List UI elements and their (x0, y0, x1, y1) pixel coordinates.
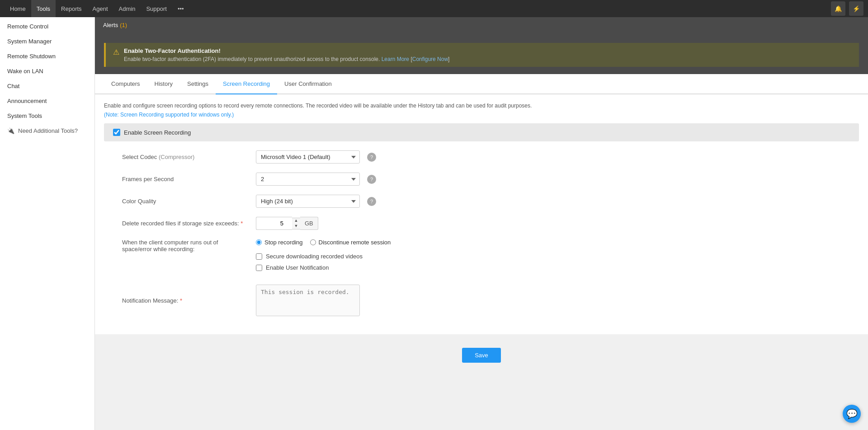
alerts-tab[interactable]: Alerts (1) (95, 17, 135, 34)
color-quality-select[interactable]: High (24 bit) Medium (16 bit) Low (8 bit… (256, 195, 360, 208)
alert-warning: ⚠ Enable Two-Factor Authentication! Enab… (104, 43, 859, 67)
sidebar-label: Announcement (7, 98, 47, 104)
storage-input-group: ▲ ▼ GB (256, 217, 318, 230)
sidebar-label: Remote Control (7, 23, 48, 30)
storage-value-input[interactable] (256, 217, 292, 230)
sidebar-label: Wake on LAN (7, 68, 43, 75)
sidebar-label: Remote Shutdown (7, 53, 56, 60)
configure-now-link[interactable]: Configure Now (412, 56, 448, 62)
tab-user-confirmation[interactable]: User Confirmation (277, 74, 339, 94)
sidebar: Remote Control System Manager Remote Shu… (0, 17, 95, 430)
save-button[interactable]: Save (462, 348, 501, 363)
space-error-row: When the client computer runs out of spa… (122, 239, 850, 276)
storage-unit-label: GB (300, 217, 318, 230)
sidebar-item-remote-control[interactable]: Remote Control (0, 19, 94, 34)
color-help-icon[interactable]: ? (367, 197, 376, 206)
codec-select[interactable]: Microsoft Video 1 (Default) Microsoft Vi… (256, 150, 360, 164)
tabs-bar: Computers History Settings Screen Record… (95, 74, 868, 94)
nav-tools[interactable]: Tools (31, 0, 56, 17)
alert-count: (1) (120, 22, 127, 28)
discontinue-session-label: Discontinue remote session (319, 239, 391, 246)
discontinue-session-radio[interactable]: Discontinue remote session (310, 239, 391, 246)
nav-reports[interactable]: Reports (56, 0, 87, 17)
storage-delete-row: Delete recorded files if storage size ex… (122, 217, 850, 230)
notif-required-marker: * (180, 297, 182, 304)
fps-label: Frames per Second (122, 176, 249, 182)
enable-screen-recording-section: Enable Screen Recording (104, 123, 859, 141)
sidebar-item-wake-on-lan[interactable]: Wake on LAN (0, 64, 94, 79)
nav-home[interactable]: Home (5, 0, 31, 17)
enable-screen-recording-checkbox[interactable] (113, 129, 120, 136)
description-text: Enable and configure screen recording op… (95, 94, 868, 110)
fps-row: Frames per Second 1 2 3 4 5 ? (122, 173, 850, 186)
nav-agent[interactable]: Agent (87, 0, 113, 17)
spinner-down[interactable]: ▼ (292, 224, 300, 229)
notification-message-row: Notification Message: * (122, 285, 850, 316)
enable-user-notification-checkbox[interactable] (256, 265, 262, 271)
tab-settings[interactable]: Settings (180, 74, 216, 94)
flash-icon[interactable]: ⚡ (849, 1, 863, 16)
sidebar-label: System Tools (7, 112, 42, 119)
screen-recording-panel: Enable and configure screen recording op… (95, 94, 868, 334)
chat-bubble[interactable]: 💬 (843, 405, 861, 423)
codec-hint: (Compressor) (159, 154, 194, 160)
plugin-icon: 🔌 (7, 127, 14, 134)
secure-download-checkbox[interactable] (256, 253, 262, 260)
sidebar-label: Chat (7, 83, 19, 89)
secure-download-label: Secure downloading recorded videos (266, 253, 363, 260)
space-error-radio-group: Stop recording Discontinue remote sessio… (256, 239, 391, 246)
tab-screen-recording[interactable]: Screen Recording (216, 74, 277, 94)
top-navigation: Home Tools Reports Agent Admin Support •… (0, 0, 868, 17)
required-marker: * (241, 220, 243, 227)
main-content: Alerts (1) ⚠ Enable Two-Factor Authentic… (95, 17, 868, 430)
alert-bar: Alerts (1) ⚠ Enable Two-Factor Authentic… (95, 17, 868, 74)
fps-help-icon[interactable]: ? (367, 175, 376, 184)
secure-download-checkbox-label[interactable]: Secure downloading recorded videos (256, 253, 391, 260)
sidebar-item-system-manager[interactable]: System Manager (0, 34, 94, 49)
stop-recording-radio[interactable]: Stop recording (256, 239, 303, 246)
alert-title: Enable Two-Factor Authentication! (124, 47, 449, 54)
codec-label: Select Codec (Compressor) (122, 154, 249, 160)
tab-computers[interactable]: Computers (104, 74, 147, 94)
sidebar-label: System Manager (7, 38, 52, 45)
notification-message-label: Notification Message: * (122, 297, 249, 304)
stop-recording-label: Stop recording (264, 239, 303, 246)
codec-help-icon[interactable]: ? (367, 153, 376, 162)
stop-recording-input[interactable] (256, 239, 262, 245)
sidebar-item-remote-shutdown[interactable]: Remote Shutdown (0, 49, 94, 64)
warning-icon: ⚠ (113, 48, 119, 56)
fps-select[interactable]: 1 2 3 4 5 (256, 173, 360, 186)
sidebar-item-chat[interactable]: Chat (0, 79, 94, 93)
sidebar-item-additional-tools[interactable]: 🔌 Need Additional Tools? (0, 123, 94, 138)
save-area: Save (95, 334, 868, 372)
enable-screen-recording-label[interactable]: Enable Screen Recording (124, 129, 191, 136)
tab-history[interactable]: History (147, 74, 180, 94)
nav-admin[interactable]: Admin (113, 0, 141, 17)
discontinue-session-input[interactable] (310, 239, 316, 245)
enable-user-notification-label: Enable User Notification (266, 264, 329, 271)
spinner-up[interactable]: ▲ (292, 218, 300, 224)
recording-form: Select Codec (Compressor) Microsoft Vide… (95, 147, 868, 334)
sidebar-item-system-tools[interactable]: System Tools (0, 108, 94, 123)
chat-icon: 💬 (846, 408, 858, 419)
sidebar-item-announcement[interactable]: Announcement (0, 93, 94, 108)
nav-support[interactable]: Support (141, 0, 172, 17)
notification-message-textarea[interactable] (256, 285, 360, 316)
learn-more-link[interactable]: Learn More (382, 56, 409, 62)
description-note: (Note: Screen Recording supported for wi… (95, 110, 868, 118)
alert-description: Enable two-factor authentication (2FA) i… (124, 56, 449, 62)
alert-content: ⚠ Enable Two-Factor Authentication! Enab… (95, 34, 868, 74)
storage-delete-label: Delete recorded files if storage size ex… (122, 220, 249, 227)
space-error-label: When the client computer runs out of spa… (122, 239, 249, 252)
nav-more[interactable]: ••• (172, 0, 189, 17)
codec-row: Select Codec (Compressor) Microsoft Vide… (122, 150, 850, 164)
sidebar-label: Need Additional Tools? (18, 127, 78, 134)
color-quality-row: Color Quality High (24 bit) Medium (16 b… (122, 195, 850, 208)
alerts-tab-label: Alerts (103, 22, 118, 28)
bell-icon[interactable]: 🔔 (831, 1, 845, 16)
storage-spinner: ▲ ▼ (292, 218, 300, 229)
enable-user-notification-checkbox-label[interactable]: Enable User Notification (256, 264, 391, 271)
color-quality-label: Color Quality (122, 198, 249, 205)
